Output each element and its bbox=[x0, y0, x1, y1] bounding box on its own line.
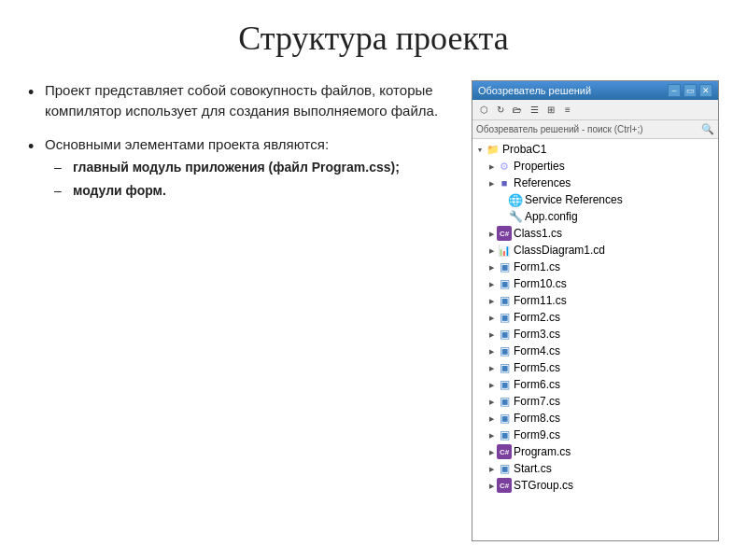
se-search-bar[interactable]: Обозреватель решений - поиск (Ctrl+;) 🔍 bbox=[472, 120, 718, 139]
toolbar-icon-6[interactable]: ≡ bbox=[560, 103, 575, 118]
form-icon: ▣ bbox=[497, 343, 512, 358]
tree-label-references: References bbox=[514, 176, 571, 189]
bullet-list: • Проект представляет собой совокупность… bbox=[28, 80, 453, 203]
tree-arrow bbox=[486, 161, 497, 172]
tree-item-form3[interactable]: ▣ Form3.cs bbox=[472, 326, 718, 343]
tree-arrow-root bbox=[474, 144, 486, 155]
pin-button[interactable]: – bbox=[668, 84, 681, 97]
search-icon[interactable]: 🔍 bbox=[701, 123, 714, 136]
tree-label: App.config bbox=[525, 210, 578, 223]
form-icon: ▣ bbox=[497, 293, 512, 308]
bullet-text-1: Проект представляет собой совокупность ф… bbox=[45, 80, 453, 121]
tree-item-class1[interactable]: C# Class1.cs bbox=[472, 225, 718, 242]
tree-label: Form9.cs bbox=[514, 428, 560, 441]
csharp-icon: C# bbox=[497, 444, 512, 459]
tree-item-form4[interactable]: ▣ Form4.cs bbox=[472, 343, 718, 359]
tree-arrow bbox=[486, 362, 497, 373]
tree-item-form9[interactable]: ▣ Form9.cs bbox=[472, 427, 718, 443]
page: Структура проекта • Проект представляет … bbox=[0, 0, 747, 560]
tree-label: Form7.cs bbox=[514, 395, 560, 408]
tree-item-start[interactable]: ▣ Start.cs bbox=[472, 460, 718, 477]
form-icon: ▣ bbox=[497, 327, 512, 342]
tree-item-appconfig[interactable]: 🔧 App.config bbox=[472, 208, 718, 225]
toolbar-icon-3[interactable]: 🗁 bbox=[510, 103, 525, 118]
tree-label: Form8.cs bbox=[514, 412, 560, 425]
tree-label: Form1.cs bbox=[514, 260, 560, 273]
restore-button[interactable]: ▭ bbox=[684, 84, 697, 97]
form-icon: ▣ bbox=[497, 411, 512, 426]
se-titlebar-buttons: – ▭ ✕ bbox=[668, 84, 712, 97]
dash-icon-2: – bbox=[54, 181, 73, 200]
tree-item-form8[interactable]: ▣ Form8.cs bbox=[472, 410, 718, 427]
tree-label: Class1.cs bbox=[514, 227, 562, 240]
tree-item-service-references[interactable]: 🌐 Service References bbox=[472, 191, 718, 208]
solution-explorer-panel: Обозреватель решений – ▭ ✕ ⬡ ↻ 🗁 ☰ ⊞ ≡ bbox=[472, 80, 719, 541]
tree-label: Form5.cs bbox=[514, 361, 560, 374]
tree-label: Service References bbox=[525, 193, 623, 206]
solution-explorer-window: Обозреватель решений – ▭ ✕ ⬡ ↻ 🗁 ☰ ⊞ ≡ bbox=[472, 80, 719, 541]
tree-arrow bbox=[486, 379, 497, 390]
tree-item-properties[interactable]: ⚙ Properties bbox=[472, 158, 718, 175]
tree-item-form11[interactable]: ▣ Form11.cs bbox=[472, 292, 718, 309]
close-button[interactable]: ✕ bbox=[699, 84, 712, 97]
se-toolbar: ⬡ ↻ 🗁 ☰ ⊞ ≡ bbox=[472, 100, 718, 120]
list-item: • Проект представляет собой совокупность… bbox=[28, 80, 453, 121]
tree-arrow bbox=[486, 329, 497, 340]
tree-item-program[interactable]: C# Program.cs bbox=[472, 443, 718, 460]
tree-label: STGroup.cs bbox=[514, 479, 573, 492]
csharp-icon: C# bbox=[497, 478, 512, 493]
list-item: • Основными элементами проекта являются:… bbox=[28, 134, 453, 203]
tree-item-form5[interactable]: ▣ Form5.cs bbox=[472, 359, 718, 376]
sub-list: – главный модуль приложения (файл Progra… bbox=[45, 158, 453, 200]
toolbar-icon-5[interactable]: ⊞ bbox=[543, 103, 558, 118]
se-search-label: Обозреватель решений - поиск (Ctrl+;) bbox=[476, 124, 701, 134]
tree-root-label: ProbаС1 bbox=[502, 143, 546, 156]
tree-item-classdiagram[interactable]: 📊 ClassDiagram1.cd bbox=[472, 242, 718, 259]
sub-list-item: – главный модуль приложения (файл Progra… bbox=[45, 158, 453, 176]
tree-arrow bbox=[486, 295, 497, 306]
bullet-dot: • bbox=[28, 82, 45, 104]
tree-item-form7[interactable]: ▣ Form7.cs bbox=[472, 393, 718, 410]
tree-arrow bbox=[486, 396, 497, 407]
tree-item-stgroup[interactable]: C# STGroup.cs bbox=[472, 477, 718, 494]
tree-arrow bbox=[486, 463, 497, 474]
form-icon: ▣ bbox=[497, 394, 512, 409]
tree-item-form6[interactable]: ▣ Form6.cs bbox=[472, 376, 718, 393]
form-icon: ▣ bbox=[497, 427, 512, 442]
tree-label: Form11.cs bbox=[514, 294, 567, 307]
tree-arrow bbox=[486, 261, 497, 273]
tree-root[interactable]: 📁 ProbаС1 bbox=[472, 141, 718, 158]
tree-item-form1[interactable]: ▣ Form1.cs bbox=[472, 259, 718, 275]
tree-item-form10[interactable]: ▣ Form10.cs bbox=[472, 275, 718, 292]
se-titlebar-title: Обозреватель решений bbox=[478, 85, 591, 96]
tree-arrow bbox=[486, 446, 497, 457]
diagram-icon: 📊 bbox=[497, 243, 512, 258]
csharp-icon: C# bbox=[497, 226, 512, 241]
bullet-text-2: Основными элементами проекта являются: –… bbox=[45, 134, 453, 203]
content-area: • Проект представляет собой совокупность… bbox=[28, 80, 719, 541]
tree-arrow bbox=[486, 480, 497, 491]
sub-item-text-1: главный модуль приложения (файл Program.… bbox=[73, 158, 453, 176]
form-icon: ▣ bbox=[497, 259, 512, 274]
tree-arrow bbox=[486, 278, 497, 289]
tree-arrow bbox=[486, 312, 497, 323]
toolbar-icon-1[interactable]: ⬡ bbox=[476, 103, 491, 118]
bullet-dot-2: • bbox=[28, 136, 45, 158]
tree-label: Form3.cs bbox=[514, 328, 560, 341]
tree-arrow bbox=[486, 228, 497, 239]
dash-icon: – bbox=[54, 158, 73, 176]
tree-label: Start.cs bbox=[514, 462, 552, 475]
tree-arrow bbox=[486, 413, 497, 424]
se-tree: 📁 ProbаС1 ⚙ Properties ■ References bbox=[472, 139, 718, 540]
toolbar-icon-4[interactable]: ☰ bbox=[527, 103, 542, 118]
references-icon: ■ bbox=[497, 175, 512, 190]
tree-label: Form2.cs bbox=[514, 311, 560, 324]
tree-label: ClassDiagram1.cd bbox=[514, 244, 605, 257]
tree-item-references[interactable]: ■ References bbox=[472, 175, 718, 191]
toolbar-icon-2[interactable]: ↻ bbox=[493, 103, 508, 118]
tree-arrow bbox=[486, 345, 497, 357]
tree-arrow bbox=[497, 194, 508, 205]
tree-item-form2[interactable]: ▣ Form2.cs bbox=[472, 309, 718, 326]
tree-label: Form4.cs bbox=[514, 344, 560, 357]
page-title: Структура проекта bbox=[28, 19, 719, 58]
